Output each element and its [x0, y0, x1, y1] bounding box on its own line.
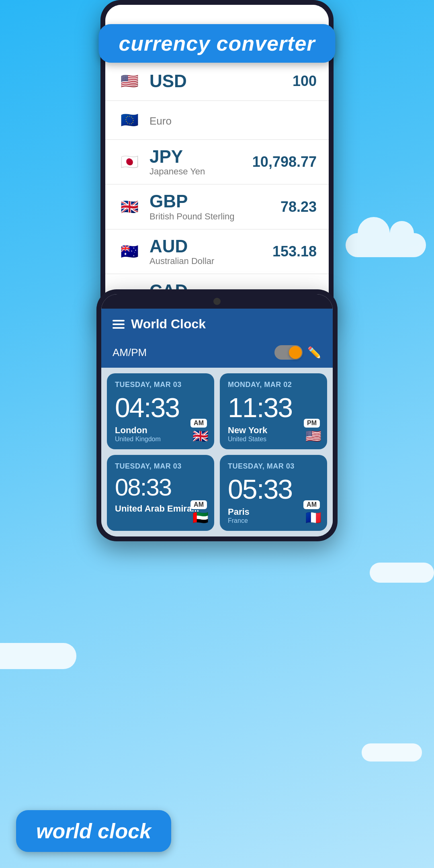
world-clock-badge: world clock — [16, 810, 171, 852]
cloud-decoration-4 — [362, 743, 422, 762]
gbp-value: 78.23 — [280, 199, 317, 215]
currency-badge: currency converter — [98, 24, 335, 63]
menu-icon[interactable] — [113, 320, 125, 329]
jpy-name: Japanese Yen — [149, 166, 252, 177]
clock-card-london[interactable]: TUESDAY, MAR 03 04:33 AM London United K… — [107, 373, 214, 449]
aud-flag: 🇦🇺 — [117, 240, 141, 264]
jpy-value: 10,798.77 — [252, 154, 317, 170]
currency-row-usd[interactable]: 🇺🇸 USD 100 — [105, 69, 329, 101]
world-clock-header: World Clock — [101, 309, 333, 340]
jpy-code: JPY — [149, 147, 252, 166]
ampm-label: AM/PM — [113, 346, 274, 359]
newyork-flag: 🇺🇸 — [305, 428, 321, 444]
aud-info: AUD Australian Dollar — [149, 237, 272, 266]
london-flag: 🇬🇧 — [192, 428, 209, 444]
jpy-flag: 🇯🇵 — [117, 150, 141, 174]
gbp-name: British Pound Sterling — [149, 211, 280, 222]
aud-code: AUD — [149, 237, 272, 256]
currency-row-aud[interactable]: 🇦🇺 AUD Australian Dollar 153.18 — [105, 229, 329, 274]
world-clock-subheader: AM/PM ✏️ — [101, 340, 333, 368]
clock-card-paris[interactable]: TUESDAY, MAR 03 05:33 AM Paris France 🇫🇷 — [220, 455, 327, 531]
phone-notch — [101, 294, 333, 309]
aud-name: Australian Dollar — [149, 256, 272, 266]
london-time: 04:33 — [115, 394, 206, 421]
cloud-decoration-2 — [370, 563, 434, 583]
cloud-decoration-1 — [346, 233, 426, 257]
usd-info: USD — [149, 72, 293, 91]
gbp-code: GBP — [149, 192, 280, 211]
ampm-toggle[interactable] — [274, 345, 303, 360]
uae-ampm: AM — [190, 500, 207, 509]
usd-code: USD — [149, 72, 293, 91]
paris-date: TUESDAY, MAR 03 — [228, 462, 319, 471]
paris-flag: 🇫🇷 — [305, 510, 321, 525]
clock-card-newyork[interactable]: MONDAY, MAR 02 11:33 PM New York United … — [220, 373, 327, 449]
uae-time: 08:33 — [115, 475, 206, 500]
paris-time: 05:33 — [228, 475, 319, 503]
uae-date: TUESDAY, MAR 03 — [115, 462, 206, 471]
eur-name: Euro — [149, 115, 317, 127]
currency-row-jpy[interactable]: 🇯🇵 JPY Japanese Yen 10,798.77 — [105, 140, 329, 184]
world-clock-badge-label: world clock — [36, 819, 151, 843]
clock-grid: TUESDAY, MAR 03 04:33 AM London United K… — [101, 368, 333, 536]
clock-card-uae[interactable]: TUESDAY, MAR 03 08:33 AM United Arab Emi… — [107, 455, 214, 531]
london-date: TUESDAY, MAR 03 — [115, 381, 206, 389]
currency-row-eur[interactable]: 🇪🇺 Euro — [105, 101, 329, 140]
newyork-time: 11:33 — [228, 394, 319, 421]
aud-value: 153.18 — [272, 243, 317, 260]
eur-info: Euro — [149, 113, 317, 127]
usd-flag: 🇺🇸 — [117, 69, 141, 93]
world-clock-title: World Clock — [131, 317, 321, 332]
usd-value: 100 — [293, 73, 317, 90]
edit-icon[interactable]: ✏️ — [307, 346, 321, 359]
newyork-ampm: PM — [304, 419, 320, 428]
notch-dot — [213, 298, 221, 305]
eur-flag: 🇪🇺 — [117, 108, 141, 132]
currency-row-gbp[interactable]: 🇬🇧 GBP British Pound Sterling 78.23 — [105, 184, 329, 229]
newyork-date: MONDAY, MAR 02 — [228, 381, 319, 389]
london-ampm: AM — [190, 419, 207, 428]
gbp-info: GBP British Pound Sterling — [149, 192, 280, 221]
jpy-info: JPY Japanese Yen — [149, 147, 252, 177]
currency-badge-label: currency converter — [119, 32, 315, 55]
toggle-knob — [289, 346, 302, 359]
paris-ampm: AM — [303, 500, 320, 509]
cloud-decoration-3 — [0, 643, 76, 669]
world-clock-screen: World Clock AM/PM ✏️ TUESDAY, MAR 03 04:… — [101, 294, 333, 536]
currency-phone: currency converter 100 USD equals: 🇺🇸 US… — [100, 0, 334, 324]
world-clock-phone: World Clock AM/PM ✏️ TUESDAY, MAR 03 04:… — [96, 289, 338, 541]
gbp-flag: 🇬🇧 — [117, 195, 141, 219]
uae-flag: 🇦🇪 — [192, 510, 209, 525]
